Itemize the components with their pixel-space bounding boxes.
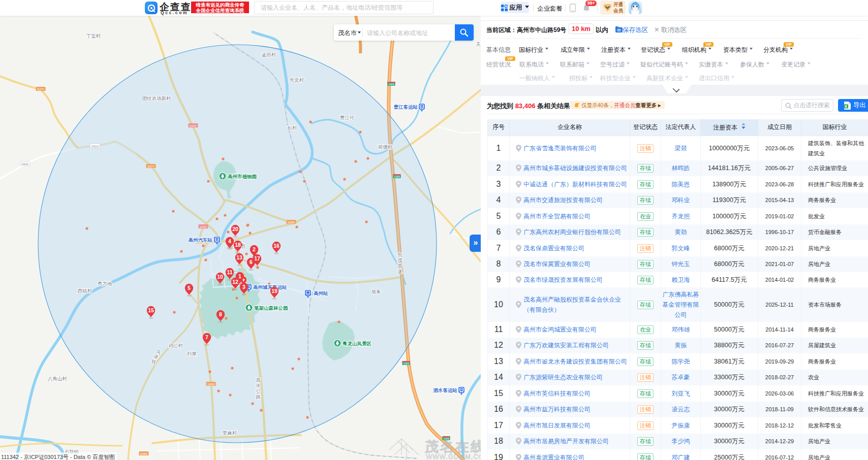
svg-text:4: 4 bbox=[228, 238, 231, 244]
svg-text:高州站: 高州站 bbox=[314, 290, 328, 296]
svg-text:G65: G65 bbox=[403, 362, 409, 365]
svg-text:20: 20 bbox=[232, 226, 238, 232]
svg-text:路: 路 bbox=[256, 394, 261, 400]
svg-text:公: 公 bbox=[256, 388, 261, 394]
svg-text:高州汽车站: 高州汽车站 bbox=[189, 237, 213, 243]
svg-text:曹江圩: 曹江圩 bbox=[340, 115, 355, 120]
svg-text:先觉村: 先觉村 bbox=[290, 77, 304, 83]
svg-text:西镇村: 西镇村 bbox=[78, 288, 92, 293]
svg-text:3: 3 bbox=[242, 284, 245, 290]
svg-text:S277: S277 bbox=[147, 165, 155, 168]
svg-text:高州市植物园: 高州市植物园 bbox=[228, 174, 257, 179]
svg-text:S283: S283 bbox=[207, 382, 215, 386]
svg-text:茂名在线: 茂名在线 bbox=[424, 439, 481, 454]
svg-text:5: 5 bbox=[188, 285, 191, 291]
svg-text:茂: 茂 bbox=[397, 257, 402, 263]
svg-text:八角山村: 八角山村 bbox=[48, 376, 68, 382]
svg-text:7: 7 bbox=[205, 334, 208, 340]
svg-text:WWW.GDMM.COM: WWW.GDMM.COM bbox=[426, 453, 481, 460]
svg-text:11: 11 bbox=[227, 269, 232, 275]
svg-text:2: 2 bbox=[253, 246, 256, 252]
svg-text:1: 1 bbox=[238, 273, 241, 279]
svg-text:旭务: 旭务 bbox=[371, 289, 382, 294]
svg-text:16: 16 bbox=[273, 243, 280, 249]
svg-text:17: 17 bbox=[254, 255, 260, 261]
svg-text:高州城东客运站: 高州城东客运站 bbox=[253, 284, 287, 290]
svg-text:曹江客运站: 曹江客运站 bbox=[394, 104, 418, 110]
svg-text:速: 速 bbox=[397, 269, 402, 274]
svg-text:G65: G65 bbox=[443, 437, 449, 440]
svg-text:12: 12 bbox=[232, 279, 238, 285]
svg-text:刘屋: 刘屋 bbox=[187, 351, 197, 356]
svg-text:X631: X631 bbox=[21, 162, 29, 166]
svg-text:高: 高 bbox=[397, 263, 402, 269]
svg-text:丁堂村: 丁堂村 bbox=[86, 33, 101, 39]
svg-text:19: 19 bbox=[271, 288, 277, 294]
svg-text:X614: X614 bbox=[91, 144, 99, 148]
svg-text:S277: S277 bbox=[37, 87, 45, 91]
svg-text:高: 高 bbox=[256, 377, 261, 383]
svg-text:6: 6 bbox=[250, 259, 253, 265]
svg-text:S280: S280 bbox=[288, 220, 295, 224]
svg-text:团结农场新村: 团结农场新村 bbox=[142, 95, 172, 101]
svg-text:泗水客运站: 泗水客运站 bbox=[433, 387, 458, 393]
svg-text:鸡公村: 鸡公村 bbox=[169, 343, 183, 348]
svg-text:18: 18 bbox=[235, 242, 241, 248]
svg-text:包: 包 bbox=[397, 252, 402, 257]
svg-text:粤龙山风景区: 粤龙山风景区 bbox=[342, 341, 372, 346]
svg-text:S282: S282 bbox=[140, 452, 148, 455]
svg-text:荷塘村: 荷塘村 bbox=[378, 144, 393, 150]
svg-text:G65: G65 bbox=[394, 175, 400, 178]
svg-text:10: 10 bbox=[217, 274, 223, 280]
svg-text:关: 关 bbox=[476, 42, 481, 47]
svg-text:15: 15 bbox=[148, 307, 154, 313]
svg-text:G207: G207 bbox=[199, 225, 207, 228]
svg-text:蓝田村: 蓝田村 bbox=[262, 52, 276, 57]
svg-text:秀力地: 秀力地 bbox=[98, 281, 112, 286]
svg-text:彭村: 彭村 bbox=[287, 125, 298, 130]
svg-text:13: 13 bbox=[236, 254, 242, 260]
svg-text:水: 水 bbox=[255, 383, 261, 388]
svg-text:8: 8 bbox=[219, 311, 222, 317]
svg-text:笔架山森林公园: 笔架山森林公园 bbox=[254, 305, 288, 311]
svg-text:G65: G65 bbox=[388, 82, 394, 86]
svg-text:G207: G207 bbox=[189, 124, 197, 127]
svg-text:里麻村: 里麻村 bbox=[223, 430, 237, 436]
